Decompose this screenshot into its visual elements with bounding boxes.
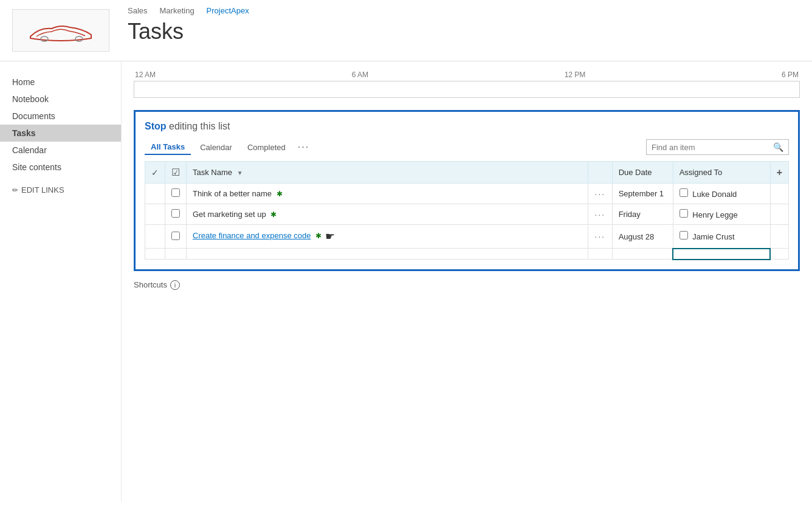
newrow-add-cell: [770, 249, 788, 260]
page-header: Sales Marketing ProjectApex Tasks: [0, 0, 812, 61]
sidebar-item-documents[interactable]: Documents: [0, 108, 121, 125]
shortcuts-info-icon[interactable]: i: [170, 280, 180, 290]
search-button[interactable]: 🔍: [768, 140, 788, 154]
row1-more-options[interactable]: ···: [594, 189, 605, 199]
row1-assigned-cell: Luke Donald: [673, 184, 770, 204]
search-input[interactable]: [647, 140, 768, 154]
sidebar-item-site-contents[interactable]: Site contents: [0, 159, 121, 176]
header-select-all-icon[interactable]: ☑: [171, 167, 180, 177]
header-checkbox-col: ☑: [165, 162, 187, 184]
row3-checkbox-cell: [165, 225, 187, 249]
timeline-label-6am: 6 AM: [352, 71, 368, 79]
row2-assigned-cell: Henry Legge: [673, 204, 770, 225]
timeline-label-6pm: 6 PM: [782, 71, 799, 79]
newrow-duedate-cell: [612, 249, 673, 260]
nav-projectapex[interactable]: ProjectApex: [207, 6, 249, 15]
row2-more-options[interactable]: ···: [594, 210, 605, 219]
sidebar-item-tasks[interactable]: Tasks: [0, 125, 121, 142]
row2-add-cell: [770, 204, 788, 225]
timeline-label-12am: 12 AM: [135, 71, 156, 79]
header-add-col[interactable]: +: [770, 162, 788, 184]
taskname-label: Task Name: [193, 168, 232, 177]
tab-all-tasks[interactable]: All Tasks: [145, 140, 191, 155]
row2-gear-icon: ✱: [270, 210, 277, 219]
newrow-dots-cell: [588, 249, 612, 260]
site-logo: [12, 9, 109, 52]
row3-more-options[interactable]: ···: [594, 232, 605, 241]
sidebar: Home Notebook Documents Tasks Calendar S…: [0, 61, 122, 501]
check-icon: ✓: [151, 168, 159, 177]
row3-duedate-text: August 28: [619, 232, 655, 241]
header-assigned[interactable]: Assigned To: [673, 162, 770, 184]
row1-taskname-cell: Think of a better name ✱: [187, 184, 588, 204]
sort-arrow-icon: ▼: [237, 170, 243, 176]
more-views-button[interactable]: ···: [295, 140, 312, 154]
timeline-bar: [134, 81, 800, 98]
duedate-label: Due Date: [619, 168, 652, 177]
stop-editing-button[interactable]: Stop: [145, 121, 167, 131]
search-box: 🔍: [646, 139, 789, 155]
row1-taskname-text: Think of a better name: [193, 189, 272, 198]
nav-links: Sales Marketing ProjectApex: [128, 6, 249, 15]
table-row: Create finance and expense code ✱ ☛ ··· …: [145, 225, 789, 249]
logo-area: [0, 6, 122, 55]
row3-select-checkbox[interactable]: [171, 232, 180, 240]
newrow-checkbox-cell: [165, 249, 187, 260]
row1-duedate-cell: September 1: [612, 184, 673, 204]
timeline-label-12pm: 12 PM: [565, 71, 586, 79]
table-row: Think of a better name ✱ ··· September 1…: [145, 184, 789, 204]
shortcuts-section: Shortcuts i: [134, 280, 800, 290]
row2-assigned-checkbox[interactable]: [680, 209, 688, 218]
assigned-label: Assigned To: [680, 168, 723, 177]
tab-completed[interactable]: Completed: [241, 140, 292, 154]
new-task-row: [145, 249, 789, 260]
shortcuts-label: Shortcuts: [134, 280, 167, 289]
row2-duedate-text: Friday: [619, 210, 641, 219]
row3-add-cell: [770, 225, 788, 249]
row3-assigned-text: Jamie Crust: [692, 232, 734, 241]
row3-check-cell: [145, 225, 165, 249]
row3-taskname-cell: Create finance and expense code ✱ ☛: [187, 225, 588, 249]
task-list-container: Stop editing this list All Tasks Calenda…: [134, 110, 800, 271]
nav-sales[interactable]: Sales: [128, 6, 148, 15]
row2-dots-cell: ···: [588, 204, 612, 225]
add-column-icon[interactable]: +: [777, 167, 782, 177]
edit-links-label: EDIT LINKS: [21, 185, 64, 195]
main-content: 12 AM 6 AM 12 PM 6 PM Stop editing this …: [122, 61, 812, 501]
row2-select-checkbox[interactable]: [171, 209, 180, 218]
edit-links-button[interactable]: ✏ EDIT LINKS: [0, 182, 121, 198]
header-duedate[interactable]: Due Date: [612, 162, 673, 184]
timeline-section: 12 AM 6 AM 12 PM 6 PM: [134, 71, 800, 98]
row1-assigned-checkbox[interactable]: [680, 188, 688, 197]
sidebar-item-home[interactable]: Home: [0, 74, 121, 91]
row3-assigned-checkbox[interactable]: [680, 231, 688, 239]
row2-assigned-text: Henry Legge: [692, 210, 737, 219]
newrow-assigned-cell[interactable]: [673, 249, 770, 260]
header-taskname[interactable]: Task Name ▼: [187, 162, 588, 184]
table-header-row: ✓ ☑ Task Name ▼ Due Date: [145, 162, 789, 184]
header-navigation: Sales Marketing ProjectApex Tasks: [122, 6, 249, 44]
list-toolbar: All Tasks Calendar Completed ··· 🔍: [145, 139, 789, 155]
sidebar-item-calendar[interactable]: Calendar: [0, 142, 121, 159]
newrow-taskname-cell: [187, 249, 588, 260]
row3-taskname-link[interactable]: Create finance and expense code: [193, 231, 311, 240]
pencil-icon: ✏: [12, 186, 18, 195]
row1-select-checkbox[interactable]: [171, 188, 180, 197]
sidebar-item-notebook[interactable]: Notebook: [0, 91, 121, 108]
header-check-col: ✓: [145, 162, 165, 184]
cursor-pointer-icon: ☛: [325, 230, 335, 243]
page-title: Tasks: [128, 19, 249, 44]
table-row: Get marketing set up ✱ ··· Friday Henry …: [145, 204, 789, 225]
row1-checkbox-cell: [165, 184, 187, 204]
row1-add-cell: [770, 184, 788, 204]
row1-check-cell: [145, 184, 165, 204]
tab-calendar[interactable]: Calendar: [194, 140, 238, 154]
search-icon: 🔍: [773, 142, 783, 152]
row2-duedate-cell: Friday: [612, 204, 673, 225]
row1-gear-icon: ✱: [277, 190, 283, 198]
nav-marketing[interactable]: Marketing: [160, 6, 194, 15]
row2-check-cell: [145, 204, 165, 225]
row3-gear-icon: ✱: [315, 232, 322, 240]
row3-duedate-cell: August 28: [612, 225, 673, 249]
row2-taskname-text: Get marketing set up: [193, 210, 266, 219]
